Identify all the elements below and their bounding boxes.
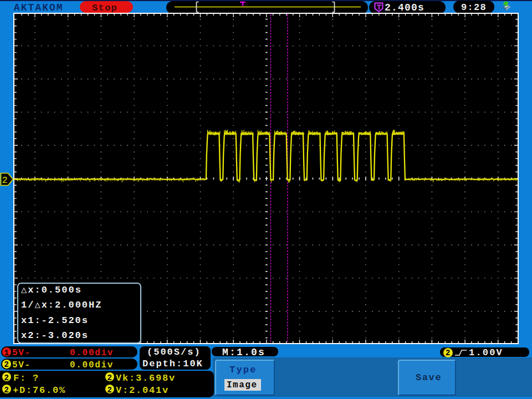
svg-text:2: 2 [2, 175, 7, 186]
